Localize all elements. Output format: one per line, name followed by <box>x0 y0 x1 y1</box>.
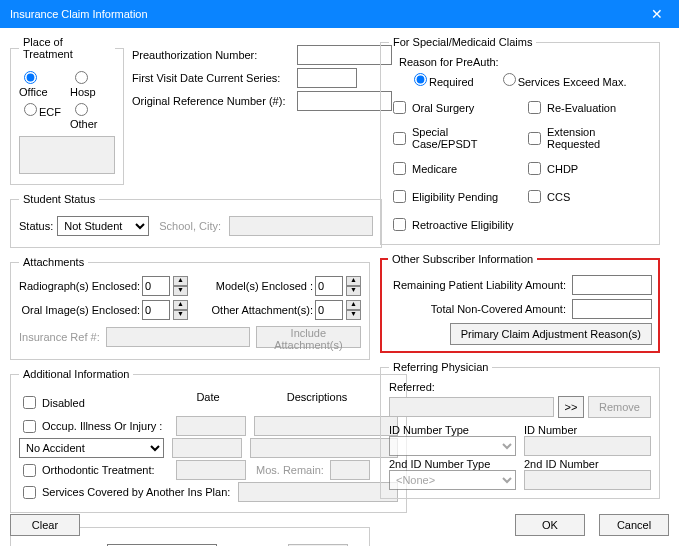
clear-button[interactable]: Clear <box>10 514 80 536</box>
include-attachments-button: Include Attachment(s) <box>256 326 361 348</box>
id-type-select <box>389 436 516 456</box>
reason-preauth-label: Reason for PreAuth: <box>399 56 651 68</box>
primary-claim-adjustment-button[interactable]: Primary Claim Adjustment Reason(s) <box>450 323 652 345</box>
ortho-check[interactable] <box>23 464 36 477</box>
ortho-date-input <box>176 460 246 480</box>
id-type-label: ID Number Type <box>389 424 516 436</box>
student-status-group: Student Status Status: Not Student Schoo… <box>10 193 382 248</box>
other-subscriber-group: Other Subscriber Information Remaining P… <box>380 253 660 353</box>
ins-ref-input <box>106 327 250 347</box>
occ-date-input <box>176 416 246 436</box>
models-input[interactable] <box>315 276 343 296</box>
referred-remove-button: Remove <box>588 396 651 418</box>
medicare-check[interactable]: Medicare <box>389 159 516 178</box>
ortho-label: Orthodontic Treatment: <box>42 464 172 476</box>
osi-noncovered-label: Total Non-Covered Amount: <box>388 303 566 315</box>
osi-remaining-input[interactable] <box>572 275 652 295</box>
preauth-number-input[interactable] <box>297 45 392 65</box>
refphys-legend: Referring Physician <box>389 361 492 373</box>
occ-label: Occup. Illness Or Injury : <box>42 420 172 432</box>
first-visit-label: First Visit Date Current Series: <box>132 72 297 84</box>
elig-pending-check[interactable]: Eligibility Pending <box>389 187 516 206</box>
oral-images-label: Oral Image(s) Enclosed: <box>19 304 140 316</box>
mos-remain-label: Mos. Remain: <box>256 464 324 476</box>
ext-req-check[interactable]: Extension Requested <box>524 126 651 150</box>
radiograph-down[interactable]: ▼ <box>173 286 188 296</box>
place-office[interactable]: Office <box>19 68 64 98</box>
re-eval-check[interactable]: Re-Evaluation <box>524 98 651 117</box>
radiograph-up[interactable]: ▲ <box>173 276 188 286</box>
reason-exceed[interactable]: Services Exceed Max. <box>498 70 627 88</box>
models-label: Model(s) Enclosed : <box>198 280 313 292</box>
id2-type-select: <None> <box>389 470 516 490</box>
id2-type-label: 2nd ID Number Type <box>389 458 516 470</box>
mos-remain-input <box>330 460 370 480</box>
other-attach-label: Other Attachment(s): <box>198 304 313 316</box>
ccs-check[interactable]: CCS <box>524 187 651 206</box>
other-up[interactable]: ▲ <box>346 300 361 310</box>
medicaid-group: For Special/Medicaid Claims Reason for P… <box>380 36 660 245</box>
reason-exceed-radio[interactable] <box>503 73 516 86</box>
place-ecf-radio[interactable] <box>24 103 37 116</box>
student-status-label: Status: <box>19 220 53 232</box>
accident-date-input <box>172 438 242 458</box>
oral-images-up[interactable]: ▲ <box>173 300 188 310</box>
accident-desc-input <box>250 438 398 458</box>
student-status-select[interactable]: Not Student <box>57 216 149 236</box>
date-header: Date <box>163 391 253 414</box>
special-case-check[interactable]: Special Case/EPSDT <box>389 126 516 150</box>
retro-elig-check[interactable]: Retroactive Eligibility <box>389 215 516 234</box>
other-attach-input[interactable] <box>315 300 343 320</box>
reason-required[interactable]: Required <box>409 70 474 88</box>
services-covered-label: Services Covered by Another Ins Plan: <box>42 486 230 498</box>
accident-select[interactable]: No Accident <box>19 438 164 458</box>
first-visit-input[interactable] <box>297 68 357 88</box>
referred-label: Referred: <box>389 381 651 393</box>
oral-surgery-check[interactable]: Oral Surgery <box>389 98 516 117</box>
additional-legend: Additional Information <box>19 368 133 380</box>
place-ecf[interactable]: ECF <box>19 100 64 130</box>
attachments-legend: Attachments <box>19 256 88 268</box>
chdp-check[interactable]: CHDP <box>524 159 651 178</box>
oral-images-down[interactable]: ▼ <box>173 310 188 320</box>
orig-ref-input[interactable] <box>297 91 392 111</box>
school-label: School, City: <box>159 220 221 232</box>
services-covered-input <box>238 482 398 502</box>
oral-images-input[interactable] <box>142 300 170 320</box>
occ-desc-input <box>254 416 398 436</box>
models-up[interactable]: ▲ <box>346 276 361 286</box>
referred-input <box>389 397 554 417</box>
disabled-check[interactable] <box>23 396 36 409</box>
reason-required-radio[interactable] <box>414 73 427 86</box>
referred-browse-button[interactable]: >> <box>558 396 584 418</box>
student-legend: Student Status <box>19 193 99 205</box>
medicaid-legend: For Special/Medicaid Claims <box>389 36 536 48</box>
place-of-treatment-group: Place of Treatment Office Hosp ECF Other <box>10 36 124 185</box>
osi-remaining-label: Remaining Patient Liability Amount: <box>388 279 566 291</box>
attachments-group: Attachments Radiograph(s) Enclosed: ▲▼ M… <box>10 256 370 360</box>
ins-ref-label: Insurance Ref #: <box>19 331 100 343</box>
models-down[interactable]: ▼ <box>346 286 361 296</box>
place-office-radio[interactable] <box>24 71 37 84</box>
id-num-input <box>524 436 651 456</box>
other-down[interactable]: ▼ <box>346 310 361 320</box>
osi-noncovered-input[interactable] <box>572 299 652 319</box>
close-icon[interactable]: ✕ <box>643 6 671 22</box>
preauth-number-label: Preauthorization Number: <box>132 49 297 61</box>
cancel-button[interactable]: Cancel <box>599 514 669 536</box>
desc-header: Descriptions <box>257 391 377 414</box>
services-covered-check[interactable] <box>23 486 36 499</box>
radiograph-input[interactable] <box>142 276 170 296</box>
referring-physician-group: Referring Physician Referred: >> Remove … <box>380 361 660 499</box>
id-num-label: ID Number <box>524 424 651 436</box>
window-title: Insurance Claim Information <box>10 8 148 20</box>
place-hosp[interactable]: Hosp <box>70 68 115 98</box>
place-other-radio[interactable] <box>75 103 88 116</box>
place-other[interactable]: Other <box>70 100 115 130</box>
place-hosp-radio[interactable] <box>75 71 88 84</box>
occ-check[interactable] <box>23 420 36 433</box>
radiograph-label: Radiograph(s) Enclosed: <box>19 280 140 292</box>
orig-ref-label: Original Reference Number (#): <box>132 95 297 107</box>
id2-num-input <box>524 470 651 490</box>
ok-button[interactable]: OK <box>515 514 585 536</box>
